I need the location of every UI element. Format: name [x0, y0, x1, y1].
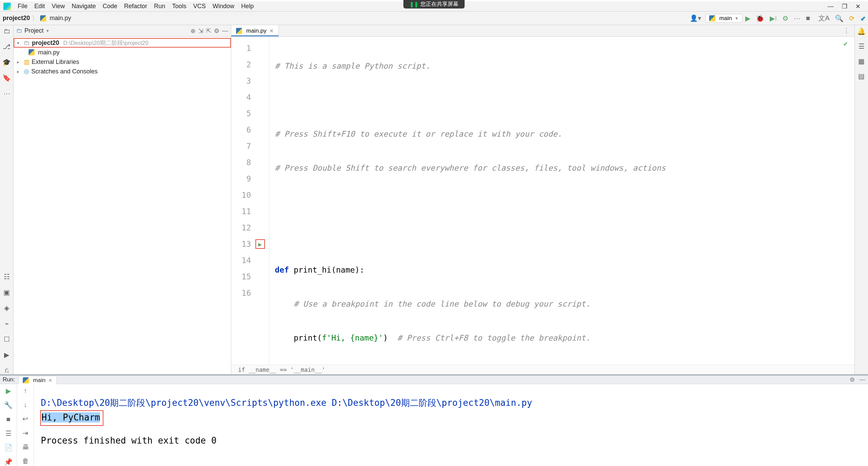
attach-icon[interactable]: ⋯	[794, 14, 801, 22]
rerun-icon[interactable]: ▶	[6, 387, 11, 395]
menu-edit[interactable]: Edit	[31, 2, 48, 11]
scratches-row[interactable]: ▸ ◎ Scratches and Consoles	[14, 67, 231, 76]
stop-run-icon[interactable]: ■	[6, 415, 10, 423]
console-output[interactable]: D:\Desktop\20期二阶段\project20\venv\Scripts…	[34, 384, 868, 466]
dump-icon[interactable]: 📄	[4, 444, 13, 452]
terminal-stripe-icon[interactable]: ▣	[3, 288, 10, 296]
menu-run[interactable]: Run	[151, 2, 169, 11]
project-stripe-icon[interactable]: 🗀	[3, 27, 10, 35]
menu-file[interactable]: File	[14, 2, 31, 11]
sync-icon[interactable]: ⟳	[849, 14, 855, 22]
line-number[interactable]: 3	[231, 73, 254, 89]
line-number-gutter[interactable]: 1 2 3 4 5 6 7 8 9 10 11 12 13 14 15 16	[231, 37, 254, 365]
debug-icon[interactable]: 🐞	[756, 14, 764, 22]
line-number[interactable]: 16	[231, 285, 254, 301]
menu-refactor[interactable]: Refactor	[121, 2, 151, 11]
database-stripe-icon[interactable]: ☰	[858, 42, 865, 50]
add-config-icon[interactable]: 👤▾	[690, 14, 701, 22]
close-button[interactable]: ✕	[855, 3, 861, 10]
menu-code[interactable]: Code	[99, 2, 121, 11]
run-tab-main[interactable]: main ✕	[18, 376, 57, 384]
python-console-stripe-icon[interactable]: ⌁	[5, 320, 9, 328]
maximize-button[interactable]: ❐	[842, 3, 847, 10]
problems-stripe-icon[interactable]: ☐	[4, 335, 10, 343]
menu-tools[interactable]: Tools	[169, 2, 190, 11]
run-icon[interactable]: ▶	[745, 14, 750, 22]
expand-all-icon[interactable]: ⇲	[198, 27, 203, 35]
line-number[interactable]: 14	[231, 252, 254, 269]
minimize-button[interactable]: —	[828, 3, 834, 10]
run-config-selector[interactable]: main ▼	[705, 14, 742, 23]
search-icon[interactable]: 🔍	[835, 14, 844, 22]
line-number[interactable]: 15	[231, 269, 254, 285]
settings-icon[interactable]: ⚙	[214, 27, 219, 35]
coverage-icon[interactable]: ▶⁝	[770, 14, 777, 22]
expand-icon[interactable]: ▸	[17, 69, 22, 74]
line-number[interactable]: 10	[231, 187, 254, 203]
close-tab-icon[interactable]: ✕	[269, 28, 274, 34]
line-number[interactable]: 11	[231, 203, 254, 220]
expand-icon[interactable]: ▾	[17, 40, 22, 46]
stop-icon[interactable]: ■	[806, 14, 810, 22]
commit-stripe-icon[interactable]: ⎇	[3, 42, 11, 51]
scroll-down-icon[interactable]: ↓	[24, 401, 27, 409]
soft-wrap-icon[interactable]: ↩	[22, 415, 28, 423]
run-settings-icon[interactable]: ⚙	[850, 376, 855, 383]
clear-icon[interactable]: 🗑	[22, 457, 29, 465]
run-settings2-icon[interactable]: 🔧	[4, 401, 13, 409]
line-number[interactable]: 7	[231, 138, 254, 154]
select-opened-file-icon[interactable]: ⊕	[190, 27, 196, 35]
run-line-icon[interactable]: ▶	[255, 239, 265, 249]
update-icon[interactable]: ⬋	[860, 14, 866, 22]
project-file-row[interactable]: main.py	[14, 48, 231, 57]
code-area[interactable]: ✔ 1 2 3 4 5 6 7 8 9 10 11 12 13 14 15 16	[231, 37, 854, 365]
scroll-up-icon[interactable]: ↑	[24, 387, 27, 395]
menu-window[interactable]: Window	[209, 2, 238, 11]
collapse-all-icon[interactable]: ⇱	[206, 27, 211, 35]
no-problems-icon[interactable]: ✔	[844, 39, 848, 48]
line-number[interactable]: 1	[231, 40, 254, 56]
project-root-row[interactable]: ▾ 🗀 project20 D:\Desktop\20期二阶段\project2…	[14, 38, 231, 48]
translate-icon[interactable]: 文A	[818, 14, 830, 23]
line-number[interactable]: 9	[231, 171, 254, 187]
run-stripe-icon[interactable]: ▶	[4, 351, 9, 359]
hide-icon[interactable]: —	[222, 27, 228, 34]
line-number[interactable]: 12	[231, 220, 254, 236]
pin-icon[interactable]: 📌	[4, 458, 13, 466]
hide-run-icon[interactable]: —	[859, 376, 865, 383]
project-tool-title[interactable]: 🗀 Project ▼	[16, 27, 50, 34]
expand-icon[interactable]: ▸	[17, 59, 22, 65]
menu-help[interactable]: Help	[238, 2, 257, 11]
breadcrumb-file[interactable]: main.py	[50, 15, 71, 22]
tab-more-icon[interactable]: ⋮	[838, 25, 854, 36]
menu-view[interactable]: View	[48, 2, 68, 11]
line-number[interactable]: 4	[231, 89, 254, 105]
code-breadcrumb[interactable]: if __name__ == '__main__'	[231, 365, 854, 374]
breadcrumb[interactable]: project20 〉 main.py	[2, 14, 71, 22]
line-number[interactable]: 5	[231, 105, 254, 122]
menu-navigate[interactable]: Navigate	[68, 2, 99, 11]
line-number[interactable]: 6	[231, 122, 254, 138]
line-number[interactable]: 8	[231, 154, 254, 171]
line-number[interactable]: 13	[231, 236, 254, 252]
structure-stripe-icon[interactable]: 🎓	[2, 58, 11, 66]
restart-icon[interactable]: ☰	[5, 429, 12, 437]
external-libraries-row[interactable]: ▸ ▥ External Libraries	[14, 57, 231, 67]
sciview-stripe-icon[interactable]: ▦	[858, 57, 865, 65]
project-tree[interactable]: ▾ 🗀 project20 D:\Desktop\20期二阶段\project2…	[14, 37, 231, 77]
print-icon[interactable]: 🖶	[22, 443, 29, 451]
vcs-stripe-icon[interactable]: ⎌	[5, 366, 9, 374]
ai-stripe-icon[interactable]: ▤	[858, 72, 865, 80]
close-run-tab-icon[interactable]: ✕	[48, 378, 52, 383]
bookmarks-stripe-icon[interactable]: 🔖	[2, 74, 11, 82]
services-stripe-icon[interactable]: ◈	[4, 304, 9, 312]
menu-vcs[interactable]: VCS	[190, 2, 209, 11]
editor-tab-main[interactable]: main.py ✕	[231, 25, 279, 36]
more-stripe-icon[interactable]: ⋯	[3, 89, 10, 98]
breadcrumb-project[interactable]: project20	[3, 15, 30, 22]
run-gutter[interactable]: ▶	[254, 37, 269, 365]
line-number[interactable]: 2	[231, 56, 254, 73]
todo-stripe-icon[interactable]: ☷	[4, 273, 10, 281]
code-text[interactable]: # This is a sample Python script. # Pres…	[269, 37, 854, 365]
notifications-icon[interactable]: 🔔	[857, 27, 866, 35]
